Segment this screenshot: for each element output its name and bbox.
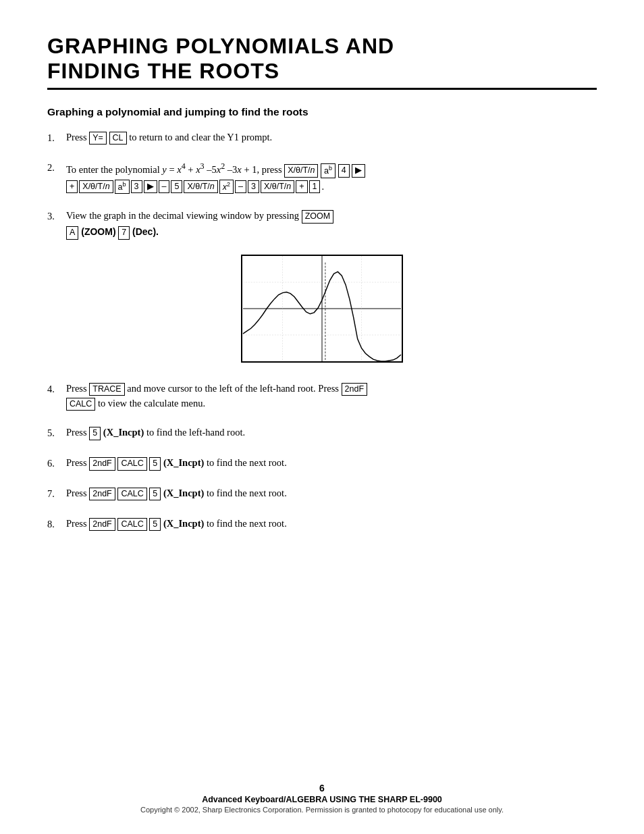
footer-title: Advanced Keyboard/ALGEBRA USING THE SHAR… [0,795,644,804]
key-2ndf-3: 2ndF [89,488,115,501]
key-5-d: 5 [149,518,161,531]
footer-page-number: 6 [0,783,644,793]
key-xtheta1: X/θ/T/n [284,164,318,178]
graph-container [47,255,597,363]
footer-copyright: Copyright © 2002, Sharp Electronics Corp… [0,806,644,814]
key-2ndf-1: 2ndF [342,383,368,396]
key-plus2: + [296,180,307,194]
key-calc-1: CALC [66,398,95,411]
key-cl: CL [109,132,127,145]
step-7-content: Press 2ndF CALC 5 (X_Incpt) to find the … [66,486,597,501]
step-6: 6. Press 2ndF CALC 5 (X_Incpt) to find t… [47,456,597,471]
step-8: 8. Press 2ndF CALC 5 (X_Incpt) to find t… [47,517,597,532]
step-1-content: Press Y= CL to return to and clear the Y… [66,130,597,145]
key-5: 5 [171,180,182,194]
step-1: 1. Press Y= CL to return to and clear th… [47,130,597,146]
steps-list: 1. Press Y= CL to return to and clear th… [47,130,597,240]
key-2ndf-2: 2ndF [89,457,115,471]
key-3: 3 [131,180,142,194]
step-8-num: 8. [47,517,66,532]
key-ab2: ab [115,180,130,194]
step-2-num: 2. [47,160,66,176]
key-5-b: 5 [149,457,161,471]
step-4-num: 4. [47,382,66,397]
step-7: 7. Press 2ndF CALC 5 (X_Incpt) to find t… [47,486,597,502]
step-2-content: To enter the polynomial y = x4 + x3 –5x2… [66,160,597,194]
steps-list-2: 4. Press TRACE and move cursor to the le… [47,382,597,532]
key-y-equals: Y= [89,132,107,145]
page-title: GRAPHING POLYNOMIALS ANDFINDING THE ROOT… [47,34,597,84]
step-3: 3. View the graph in the decimal viewing… [47,209,597,240]
step-6-content: Press 2ndF CALC 5 (X_Incpt) to find the … [66,456,597,471]
step-5-content: Press 5 (X_Incpt) to find the left-hand … [66,425,597,440]
key-2ndf-4: 2ndF [89,518,115,531]
dec-bold-label: (Dec). [130,226,159,237]
xincpt-bold-3: (X_Incpt) [163,488,204,498]
step-4-content: Press TRACE and move cursor to the left … [66,382,597,411]
key-ab1: ab [321,163,336,178]
key-3-b: 3 [248,180,259,194]
key-5-c: 5 [149,488,161,501]
key-minus2: – [235,180,246,194]
page-footer: 6 Advanced Keyboard/ALGEBRA USING THE SH… [0,783,644,814]
key-x2: x2 [219,180,234,194]
key-7: 7 [118,226,130,240]
key-calc-3: CALC [117,488,146,501]
key-right1: ▶ [352,164,365,178]
graph-box [241,255,403,363]
polynomial-graph [242,256,402,361]
key-right2: ▶ [144,180,157,194]
step-5: 5. Press 5 (X_Incpt) to find the left-ha… [47,425,597,441]
key-xtheta3: X/θ/T/n [184,180,217,194]
key-calc-2: CALC [117,457,146,471]
key-1: 1 [309,180,321,194]
xincpt-bold-4: (X_Incpt) [163,518,204,529]
key-xtheta4: X/θ/T/n [261,180,294,194]
xincpt-bold-2: (X_Incpt) [163,457,204,468]
key-xtheta2: X/θ/T/n [79,180,113,194]
step-6-num: 6. [47,456,66,471]
step-7-num: 7. [47,486,66,502]
step-3-content: View the graph in the decimal viewing wi… [66,209,597,240]
zoom-bold-label: (ZOOM) [78,226,115,237]
key-minus1: – [159,180,170,194]
step-3-num: 3. [47,209,66,224]
step-4: 4. Press TRACE and move cursor to the le… [47,382,597,411]
key-a-zoom: A [66,226,78,240]
key-4: 4 [338,164,350,178]
step-1-num: 1. [47,130,66,146]
key-trace: TRACE [89,383,124,396]
key-5-a: 5 [89,427,101,440]
step-8-content: Press 2ndF CALC 5 (X_Incpt) to find the … [66,517,597,531]
title-divider [47,88,597,90]
key-calc-4: CALC [117,518,146,531]
key-plus1: + [66,180,78,194]
step-5-num: 5. [47,425,66,441]
xincpt-bold-1: (X_Incpt) [103,427,144,438]
step-2: 2. To enter the polynomial y = x4 + x3 –… [47,160,597,194]
key-zoom: ZOOM [302,210,334,224]
section-heading: Graphing a polynomial and jumping to fin… [47,106,597,118]
